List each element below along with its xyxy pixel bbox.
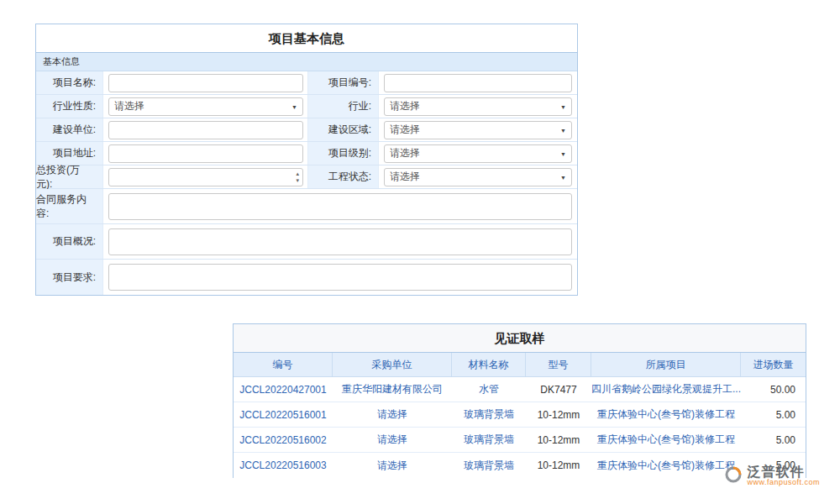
project-address-label: 项目地址: xyxy=(36,142,103,165)
project-address-field xyxy=(103,142,307,165)
project-level-field: 请选择 ▼ xyxy=(379,142,577,165)
industry-select-value: 请选择 xyxy=(390,99,420,113)
project-link[interactable]: 重庆体验中心(叁号馆)装修工程 xyxy=(591,428,741,452)
quantity-cell: 5.00 xyxy=(741,402,806,427)
project-requirements-textarea[interactable] xyxy=(108,264,572,291)
contract-service-field xyxy=(103,189,577,223)
project-basic-info-panel: 项目基本信息 基本信息 项目名称: 项目编号: 行业性质: 请选择 ▼ 行业: … xyxy=(35,24,578,296)
sampling-code-link[interactable]: JCCL20220427001 xyxy=(234,377,333,402)
chevron-down-icon: ▼ xyxy=(560,103,566,109)
industry-nature-label: 行业性质: xyxy=(36,95,103,118)
form-row: 总投资(万元): ▴▾ 工程状态: 请选择 ▼ xyxy=(36,165,577,189)
project-overview-label: 项目概况: xyxy=(36,224,103,259)
project-status-select[interactable]: 请选择 ▼ xyxy=(384,168,572,186)
quantity-cell: 50.00 xyxy=(741,377,806,402)
purchaser-link[interactable]: 请选择 xyxy=(333,453,452,478)
chevron-down-icon: ▼ xyxy=(560,127,566,133)
table-panel-title: 见证取样 xyxy=(234,324,806,353)
form-row: 项目概况: xyxy=(36,224,577,260)
industry-nature-select[interactable]: 请选择 ▼ xyxy=(108,97,303,116)
form-row: 建设单位: 建设区域: 请选择 ▼ xyxy=(36,118,577,142)
project-code-input[interactable] xyxy=(384,74,572,92)
brand-url: www.fanpusoft.com xyxy=(747,479,820,487)
project-level-label: 项目级别: xyxy=(307,142,379,165)
model-cell: 10-12mm xyxy=(526,402,591,427)
purchaser-link[interactable]: 请选择 xyxy=(333,402,452,427)
project-code-label: 项目编号: xyxy=(307,71,379,94)
sampling-code-link[interactable]: JCCL20220516003 xyxy=(234,453,333,478)
construction-unit-label: 建设单位: xyxy=(36,118,103,141)
industry-nature-field: 请选择 ▼ xyxy=(103,95,307,118)
industry-field: 请选择 ▼ xyxy=(379,95,577,118)
contract-service-label: 合同服务内容: xyxy=(36,189,103,223)
project-address-input[interactable] xyxy=(108,144,303,163)
form-panel-title: 项目基本信息 xyxy=(36,24,577,53)
project-status-label: 工程状态: xyxy=(307,165,379,188)
material-link[interactable]: 玻璃背景墙 xyxy=(452,428,526,452)
fanpu-logo-icon xyxy=(724,465,743,486)
witness-sampling-panel: 见证取样 编号 采购单位 材料名称 型号 所属项目 进场数量 JCCL20220… xyxy=(233,323,806,478)
purchaser-link[interactable]: 重庆华阳建材有限公司 xyxy=(333,377,452,402)
project-requirements-field xyxy=(103,260,577,295)
project-code-field xyxy=(379,71,577,94)
industry-label: 行业: xyxy=(307,95,379,118)
project-link[interactable]: 重庆体验中心(叁号馆)装修工程 xyxy=(591,402,741,427)
contract-service-textarea[interactable] xyxy=(108,193,572,220)
project-level-select-value: 请选择 xyxy=(390,146,420,160)
project-link[interactable]: 重庆体验中心(叁号馆)装修工程 xyxy=(591,453,741,478)
construction-region-label: 建设区域: xyxy=(307,118,379,141)
project-link[interactable]: 四川省鹅岭公园绿化景观提升工... xyxy=(591,377,741,402)
material-link[interactable]: 玻璃背景墙 xyxy=(452,453,526,478)
construction-unit-input[interactable] xyxy=(108,121,303,139)
project-name-field xyxy=(103,71,307,94)
chevron-down-icon: ▼ xyxy=(560,174,566,180)
project-requirements-label: 项目要求: xyxy=(36,260,103,295)
total-investment-label: 总投资(万元): xyxy=(36,165,103,188)
column-header-material: 材料名称 xyxy=(452,353,526,376)
form-row: 合同服务内容: xyxy=(36,189,577,224)
watermark-text: 泛普软件 www.fanpusoft.com xyxy=(747,465,820,487)
project-status-select-value: 请选择 xyxy=(390,170,420,184)
table-row: JCCL20220516003 请选择 玻璃背景墙 10-12mm 重庆体验中心… xyxy=(234,453,806,478)
section-basic-info-label: 基本信息 xyxy=(36,53,577,71)
brand-name: 泛普软件 xyxy=(747,465,820,480)
model-cell: 10-12mm xyxy=(526,428,591,452)
total-investment-number: ▴▾ xyxy=(108,168,303,186)
project-name-label: 项目名称: xyxy=(36,71,103,94)
project-status-field: 请选择 ▼ xyxy=(379,165,577,188)
sampling-code-link[interactable]: JCCL20220516001 xyxy=(234,402,333,427)
table-header-row: 编号 采购单位 材料名称 型号 所属项目 进场数量 xyxy=(234,353,806,377)
form-row: 项目地址: 项目级别: 请选择 ▼ xyxy=(36,142,577,165)
purchaser-link[interactable]: 请选择 xyxy=(333,428,452,452)
sampling-code-link[interactable]: JCCL20220516002 xyxy=(234,428,333,452)
total-investment-field: ▴▾ xyxy=(103,165,307,188)
chevron-down-icon: ▼ xyxy=(291,103,297,109)
material-link[interactable]: 玻璃背景墙 xyxy=(452,402,526,427)
industry-select[interactable]: 请选择 ▼ xyxy=(384,97,572,116)
form-row: 项目名称: 项目编号: xyxy=(36,71,577,95)
quantity-cell: 5.00 xyxy=(741,428,806,452)
column-header-model: 型号 xyxy=(526,353,591,376)
project-level-select[interactable]: 请选择 ▼ xyxy=(384,144,572,163)
column-header-purchaser: 采购单位 xyxy=(333,353,452,376)
model-cell: DK7477 xyxy=(526,377,591,402)
chevron-down-icon: ▼ xyxy=(560,150,566,156)
form-row: 行业性质: 请选择 ▼ 行业: 请选择 ▼ xyxy=(36,95,577,118)
model-cell: 10-12mm xyxy=(526,453,591,478)
construction-unit-field xyxy=(103,118,307,141)
table-row: JCCL20220427001 重庆华阳建材有限公司 水管 DK7477 四川省… xyxy=(234,377,806,402)
industry-nature-select-value: 请选择 xyxy=(114,99,144,113)
total-investment-input[interactable] xyxy=(108,168,303,186)
number-spinner-icon[interactable]: ▴▾ xyxy=(296,171,299,184)
table-row: JCCL20220516001 请选择 玻璃背景墙 10-12mm 重庆体验中心… xyxy=(234,402,806,428)
project-overview-textarea[interactable] xyxy=(108,228,572,255)
construction-region-field: 请选择 ▼ xyxy=(379,118,577,141)
project-name-input[interactable] xyxy=(108,74,303,92)
material-link[interactable]: 水管 xyxy=(452,377,526,402)
construction-region-select[interactable]: 请选择 ▼ xyxy=(384,121,572,139)
column-header-project: 所属项目 xyxy=(591,353,741,376)
table-row: JCCL20220516002 请选择 玻璃背景墙 10-12mm 重庆体验中心… xyxy=(234,428,806,453)
project-overview-field xyxy=(103,224,577,259)
construction-region-select-value: 请选择 xyxy=(390,123,420,137)
fanpu-watermark: 泛普软件 www.fanpusoft.com xyxy=(724,465,820,487)
